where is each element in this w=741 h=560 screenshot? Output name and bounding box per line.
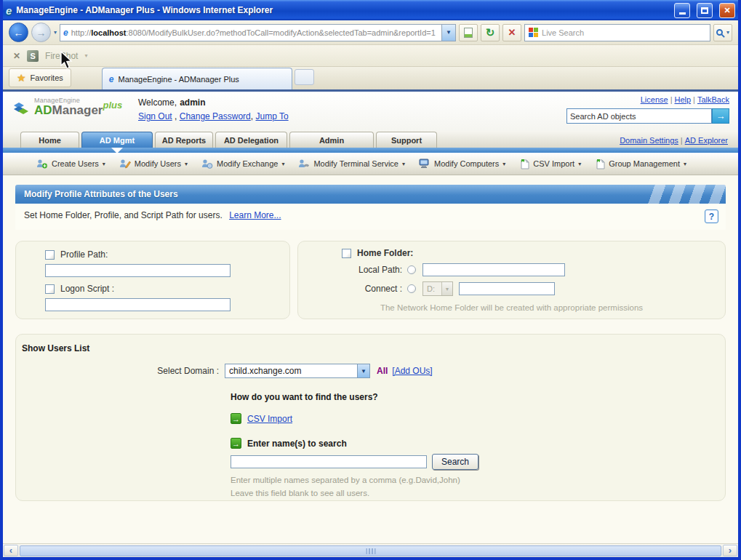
new-tab-button[interactable] (295, 69, 314, 85)
dropdown-caret-icon: ▾ (684, 161, 686, 167)
page-banner: Modify Profile Attributes of the Users (15, 185, 726, 204)
drive-select[interactable]: D: ▼ (422, 281, 453, 296)
dropdown-caret-icon: ▾ (402, 161, 405, 167)
fireshot-logo-icon: S (27, 50, 39, 62)
toolbar-close-icon[interactable]: ✕ (13, 51, 20, 61)
profile-path-input[interactable] (45, 264, 231, 277)
domain-select-value: child.xchange.com (229, 366, 301, 376)
scroll-left-button[interactable]: ‹ (4, 545, 18, 556)
search-options-icon[interactable]: ▾ (726, 29, 729, 36)
local-path-radio[interactable] (407, 265, 416, 274)
profile-script-panel: Profile Path: Logon Script : (15, 241, 290, 319)
domain-settings-link[interactable]: Domain Settings (620, 136, 678, 145)
local-path-label: Local Path: (298, 265, 407, 275)
live-search-input[interactable] (542, 28, 706, 37)
tab-ad-mgmt[interactable]: AD Mgmt (81, 132, 153, 148)
dropdown-caret-icon: ▾ (103, 161, 105, 167)
connect-radio[interactable] (407, 284, 416, 293)
learn-more-link[interactable]: Learn More... (229, 210, 281, 220)
modify-terminal-service-icon (298, 159, 310, 169)
refresh-button[interactable]: ↻ (481, 24, 500, 41)
domain-select[interactable]: child.xchange.com ▼ (225, 364, 370, 378)
select-domain-label: Select Domain : (22, 366, 225, 376)
search-button[interactable]: ▾ (713, 24, 732, 41)
scrollbar-thumb[interactable] (20, 545, 721, 556)
modify-computers-menu[interactable]: Modify Computers ▾ (419, 159, 505, 169)
license-link[interactable]: License (641, 95, 668, 104)
csv-import-link[interactable]: CSV Import (247, 414, 292, 424)
help-link[interactable]: Help (674, 95, 691, 104)
tab-admin[interactable]: Admin (289, 132, 374, 148)
add-ous-link[interactable]: [Add OUs] (392, 366, 432, 376)
separator: | (681, 136, 683, 145)
profile-path-checkbox[interactable] (45, 250, 55, 260)
back-button[interactable]: ← (9, 23, 28, 42)
browser-tab-active[interactable]: e ManageEngine - ADManager Plus (102, 68, 292, 89)
close-button[interactable]: ✕ (719, 3, 735, 18)
welcome-block: Welcome,admin Sign Out , Change Password… (138, 97, 289, 121)
url-prefix: http:// (71, 28, 92, 37)
favorites-star-icon: ★ (17, 72, 26, 84)
forward-button[interactable]: → (31, 23, 51, 42)
favorites-label: Favorites (31, 73, 63, 82)
scroll-right-button[interactable]: › (723, 545, 737, 556)
home-folder-checkbox[interactable] (342, 249, 351, 258)
tab-title: ManageEngine - ADManager Plus (119, 75, 239, 84)
tab-support[interactable]: Support (376, 132, 437, 148)
fireshot-dropdown-icon[interactable]: ▾ (84, 52, 87, 59)
horizontal-scrollbar[interactable]: ‹ › (3, 543, 738, 557)
maximize-button[interactable] (697, 3, 713, 18)
modify-exchange-menu[interactable]: Modify Exchange ▾ (201, 159, 284, 169)
modify-users-label: Modify Users (135, 159, 181, 168)
refresh-icon: ↻ (486, 26, 495, 39)
titlebar[interactable]: e ManageEngine - ADManager Plus - Window… (0, 0, 741, 20)
talkback-link[interactable]: TalkBack (697, 95, 729, 104)
live-search-box[interactable] (524, 24, 710, 41)
modify-terminal-service-menu[interactable]: Modify Terminal Service ▾ (298, 159, 405, 169)
dropdown-caret-icon: ▾ (185, 161, 188, 167)
modify-computers-icon (419, 159, 430, 169)
modify-users-menu[interactable]: Modify Users ▾ (119, 159, 188, 169)
fireshot-menu-button[interactable]: FireShot (45, 51, 78, 61)
names-search-input[interactable] (231, 455, 427, 468)
create-users-menu[interactable]: Create Users ▾ (36, 159, 105, 169)
logon-script-checkbox[interactable] (45, 284, 55, 294)
enter-names-arrow-icon: → (231, 438, 241, 449)
address-bar[interactable]: e http://localhost:8080/ModifyBulkUser.d… (60, 24, 456, 41)
csv-import-menu[interactable]: CSV Import ▾ (519, 159, 581, 169)
ad-explorer-link[interactable]: AD Explorer (685, 136, 728, 145)
modify-exchange-icon (201, 159, 213, 169)
permissions-note: The Network Home Folder will be created … (298, 303, 725, 312)
address-dropdown-button[interactable]: ▼ (441, 25, 455, 41)
search-ad-objects-input[interactable] (566, 108, 712, 124)
connect-path-input[interactable] (459, 282, 555, 295)
tab-ad-reports[interactable]: AD Reports (155, 132, 213, 148)
tab-home[interactable]: Home (20, 132, 79, 148)
stop-button[interactable]: ✕ (502, 24, 521, 41)
main-nav: Home AD Mgmt AD Reports AD Delegation Ad… (3, 131, 738, 148)
jump-to-link[interactable]: Jump To (255, 111, 288, 121)
users-search-button[interactable]: Search (432, 454, 478, 470)
logo-ad-text: AD (34, 103, 52, 117)
connect-label: Connect : (298, 284, 407, 294)
compatibility-view-button[interactable] (459, 24, 478, 41)
page-favicon-icon: e (63, 28, 68, 38)
fireshot-toolbar: ✕ S FireShot ▾ (3, 45, 738, 67)
logon-script-input[interactable] (45, 298, 231, 311)
magnifier-icon (716, 29, 723, 36)
search-go-button[interactable]: → (712, 108, 729, 124)
page-content: Modify Profile Attributes of the Users S… (3, 175, 738, 501)
help-button[interactable]: ? (705, 209, 718, 223)
app-header: ManageEngine ADManagerplus Welcome,admin… (3, 92, 738, 131)
sign-out-link[interactable]: Sign Out (138, 111, 172, 121)
tab-ad-delegation[interactable]: AD Delegation (215, 132, 287, 148)
action-toolbar: Create Users ▾ Modify Users ▾ Modify Exc… (3, 153, 738, 175)
note-blank: Leave this field blank to see all users. (231, 487, 725, 500)
favorites-button[interactable]: ★ Favorites (9, 68, 71, 87)
local-path-input[interactable] (422, 263, 565, 276)
minimize-button[interactable] (674, 3, 690, 18)
group-management-menu[interactable]: Group Management ▾ (595, 159, 686, 169)
history-dropdown-icon[interactable]: ▾ (54, 29, 57, 36)
banner-stripes-decoration (646, 185, 726, 204)
change-password-link[interactable]: Change Password (180, 111, 251, 121)
